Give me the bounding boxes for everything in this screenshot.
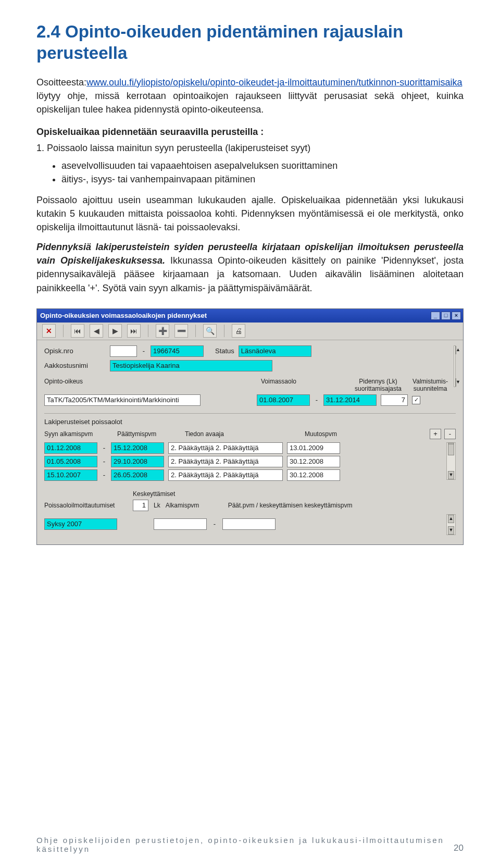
search-icon[interactable]: 🔍 [203,324,217,338]
scrollbar[interactable]: ▲ ▼ [446,514,456,535]
maximize-button[interactable]: □ [441,312,451,320]
close-button[interactable]: × [452,312,461,320]
add-row-button[interactable]: + [430,429,441,439]
minimize-button[interactable]: _ [431,312,440,320]
opinto-oikeus-value[interactable]: TaTK/Ta2005/KTM/Markkinointi/Markkinoint… [44,394,201,406]
keskeyt-label: Keskeyttämiset [133,490,175,498]
bullet-list: asevelvollisuuden tai vapaaehtoisen asep… [61,159,464,186]
scrollbar[interactable]: ▲ ▼ [446,442,456,480]
remove-row-button[interactable]: - [444,429,456,439]
last-icon[interactable]: ⏭ [127,324,141,338]
insert-icon[interactable]: ➕ [156,324,169,338]
lk-label: Lk [154,502,160,509]
opisknro-field[interactable] [110,345,137,357]
pidennys-value[interactable]: 7 [381,394,408,406]
paatpvm-label: Päät.pvm / keskeyttämisen keskeyttämispv… [228,502,456,509]
col-paattymis: Päättymispvm [117,430,180,438]
cell-muutos[interactable]: 30.12.2008 [287,456,340,467]
subheading: Opiskeluaikaa pidennetään seuraavilla pe… [36,127,464,138]
label-aakkostus: Aakkostusnimi [44,362,106,369]
titlebar: Opinto-oikeuksien voimassaoloaikojen pid… [37,309,463,323]
close-icon[interactable]: ✕ [42,324,56,338]
heading: 2.4 Opinto-oikeuden pidentäminen rajausl… [36,21,464,64]
col-tiedon: Tiedon avaaja [185,430,299,438]
cell-syyn[interactable]: 15.10.2007 [44,469,97,481]
cell-muutos[interactable]: 13.01.2009 [287,442,340,454]
paat-field[interactable] [222,518,276,530]
app-window: Opinto-oikeuksien voimassaoloaikojen pid… [36,308,464,545]
cell-syyn[interactable]: 01.12.2008 [44,442,97,454]
paragraph: Pidennyksiä lakiperusteistein syiden per… [36,240,464,294]
cell-tiedon[interactable]: 2. Pääkäyttäjä 2. Pääkäyttäjä [168,442,283,454]
hdr-valmistumis: Valmistumis-suunnitelma [407,378,454,392]
opisknro-value[interactable]: 1966745 [151,345,204,357]
label-status: Status [215,347,234,355]
term-value[interactable]: Syksy 2007 [44,518,117,530]
bullet-item: asevelvollisuuden tai vapaaehtoisen asep… [61,159,464,172]
intro-prefix: Osoitteesta: [36,77,86,88]
alkamis-field[interactable] [154,518,207,530]
cell-syyn[interactable]: 01.05.2008 [44,456,97,467]
form-area: Opisk.nro - 1966745 Status Läsnäoleva Aa… [37,340,463,544]
page-number: 20 [454,843,464,853]
delete-icon[interactable]: ➖ [174,324,188,338]
laki-heading: Lakiperusteiset poissaolot [44,418,456,426]
page-footer: Ohje opiskelijoiden perustietojen, opint… [36,836,464,853]
app-title: Opinto-oikeuksien voimassaoloaikojen pid… [40,312,207,319]
cell-paatt[interactable]: 26.05.2008 [111,469,164,481]
table-row: 15.10.2007- 26.05.2008 2. Pääkäyttäjä 2.… [44,469,446,481]
paragraph: Poissaolo ajoittuu usein useamman lukuka… [36,193,464,234]
col-syyn: Syyn alkamispvm [44,430,112,438]
poissa-count[interactable]: 1 [133,500,148,511]
voimassa-from[interactable]: 01.08.2007 [257,394,310,406]
cell-tiedon[interactable]: 2. Pääkäyttäjä 2. Pääkäyttäjä [168,456,283,467]
scrollbar[interactable]: ▲ ▼ [454,345,456,387]
name-value[interactable]: Testiopiskelija Kaarina [110,360,272,371]
voimassa-to[interactable]: 31.12.2014 [323,394,377,406]
intro-link[interactable]: www.oulu.fi/yliopisto/opiskelu/opinto-oi… [86,77,462,88]
label-opisknro: Opisk.nro [44,347,106,355]
footer-text: Ohje opiskelijoiden perustietojen, opint… [36,836,454,853]
cell-paatt[interactable]: 15.12.2008 [111,442,164,454]
cell-muutos[interactable]: 30.12.2008 [287,469,340,481]
toolbar: ✕ ⏮ ◀ ▶ ⏭ ➕ ➖ 🔍 🖨 [37,323,463,340]
valmistumis-checkbox[interactable]: ✓ [412,396,420,404]
numbered-line: 1. Poissaolo laissa mainitun syyn perust… [36,143,464,154]
prev-icon[interactable]: ◀ [90,324,103,338]
table-row: 01.05.2008- 29.10.2008 2. Pääkäyttäjä 2.… [44,456,446,467]
hdr-pidennys: Pidennys (Lk) suorittamisajasta [355,378,402,392]
hdr-opintooikeus: Opinto-oikeus [44,378,201,392]
intro-rest: löytyy ohje, missä kerrotaan opintoaikoj… [36,91,464,115]
status-value[interactable]: Läsnäoleva [239,345,311,357]
hdr-voimassaolo: Voimassaolo [261,378,349,392]
next-icon[interactable]: ▶ [108,324,122,338]
poissa-label: Poissaoloilmoittautumiset [44,502,128,509]
alkamis-label: Alkamispvm [166,502,223,509]
intro-paragraph: Osoitteesta:www.oulu.fi/yliopisto/opiske… [36,76,464,116]
cell-tiedon[interactable]: 2. Pääkäyttäjä 2. Pääkäyttäjä [168,469,283,481]
print-icon[interactable]: 🖨 [232,324,245,338]
col-muutos: Muutospvm [305,430,367,438]
table-row: 01.12.2008- 15.12.2008 2. Pääkäyttäjä 2.… [44,442,446,454]
cell-paatt[interactable]: 29.10.2008 [111,456,164,467]
bullet-item: äitiys-, isyys- tai vanhempainvapaan pit… [61,172,464,186]
first-icon[interactable]: ⏮ [71,324,84,338]
